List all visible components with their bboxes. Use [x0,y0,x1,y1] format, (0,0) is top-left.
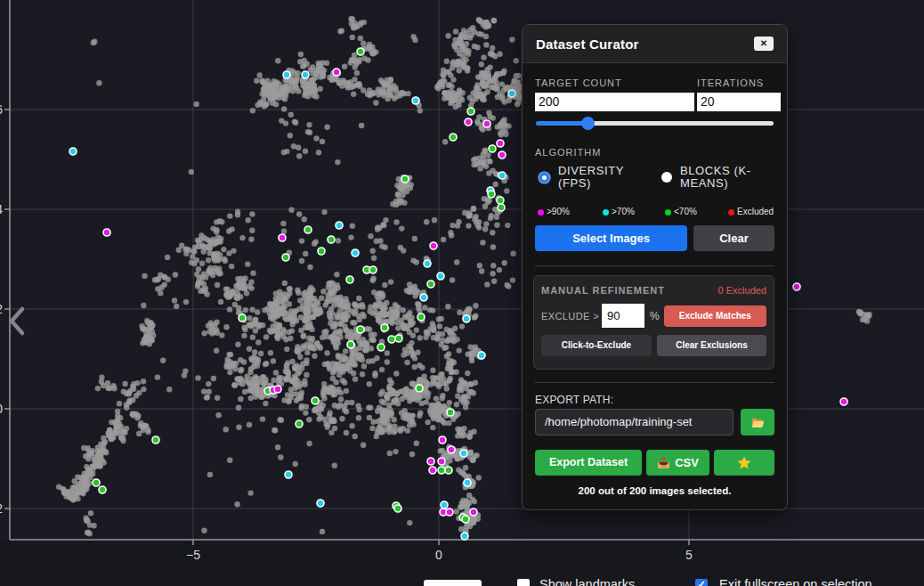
svg-text:−5: −5 [186,548,200,562]
svg-text:5: 5 [685,548,693,562]
svg-text:2: 2 [0,302,3,316]
svg-text:6: 6 [0,102,3,117]
svg-text:4: 4 [0,202,3,216]
svg-text:0: 0 [435,548,442,562]
svg-text:0: 0 [0,402,3,416]
svg-text:−2: −2 [0,501,3,516]
